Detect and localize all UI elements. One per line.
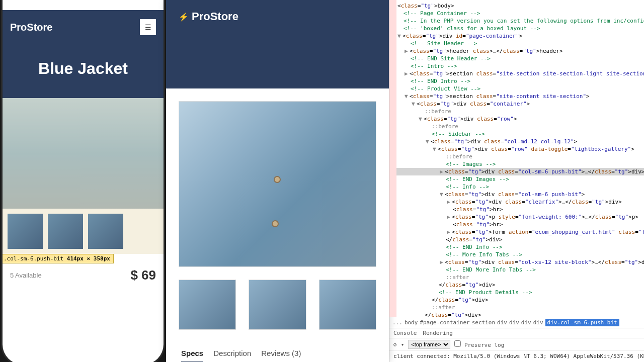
product-thumb[interactable] xyxy=(88,214,123,249)
breadcrumb-item[interactable]: ... xyxy=(392,319,403,326)
dom-node[interactable]: <class="tg">hr> xyxy=(389,221,644,228)
console-toolbar: ⊘ ▾ <top frame> Preserve log xyxy=(389,338,644,351)
drawer-tabs[interactable]: ConsoleRendering xyxy=(389,328,644,338)
hamburger-menu-button[interactable]: ☰ xyxy=(140,19,156,35)
preserve-log-checkbox[interactable]: Preserve log xyxy=(454,340,504,348)
mobile-preview-column: ProStore ☰ Blue Jacket .col-sm-6. xyxy=(0,0,166,362)
breadcrumb-item[interactable]: #page-container xyxy=(420,319,469,326)
mobile-header: ProStore ☰ xyxy=(3,10,164,44)
dom-node[interactable]: ▶<class="tg">div class="col-xs-12 site-b… xyxy=(389,258,644,266)
root-layout: ProStore ☰ Blue Jacket .col-sm-6. xyxy=(0,0,644,362)
desktop-preview-column: ⚡ ProStore SpecsDescriptionReviews (3) xyxy=(166,0,389,362)
dom-node[interactable]: <!-- More Info Tabs --> xyxy=(389,251,644,258)
breadcrumb-item[interactable]: section xyxy=(472,319,495,326)
drawer-tab[interactable]: Console xyxy=(393,330,417,336)
dom-node[interactable]: <class="tg">hr> xyxy=(389,206,644,213)
dom-node[interactable]: <!-- END More Info Tabs --> xyxy=(389,266,644,274)
dom-node[interactable]: ▶<class="tg">section class="site-section… xyxy=(389,70,644,77)
dom-node[interactable]: ▼<class="tg">body> xyxy=(389,2,644,10)
clear-console-icon[interactable]: ⊘ xyxy=(393,341,397,348)
dom-node[interactable]: <!-- Site Header --> xyxy=(389,40,644,47)
dom-node[interactable]: ▼<class="tg">div class="col-md-12 col-lg… xyxy=(389,138,644,145)
console-log-entry: client connected: Mozilla/5.0 (Windows N… xyxy=(389,351,644,362)
dom-node[interactable]: ▶<class="tg">p style="font-weight: 600;"… xyxy=(389,213,644,221)
dom-node[interactable]: <!-- Intro --> xyxy=(389,62,644,70)
dom-node[interactable]: ▼<class="tg">div class="row"> xyxy=(389,115,644,123)
dom-node[interactable]: ▶<class="tg">form action="ecom_shopping_… xyxy=(389,228,644,236)
devtools-dimension-tooltip: .col-sm-6.push-bit 414px × 358px xyxy=(3,254,114,263)
phone-frame: ProStore ☰ Blue Jacket .col-sm-6. xyxy=(0,0,171,362)
dom-node[interactable]: <!-- Product View --> xyxy=(389,85,644,93)
product-main-image[interactable] xyxy=(179,101,376,267)
product-thumb[interactable] xyxy=(48,214,83,249)
product-thumb[interactable] xyxy=(179,280,236,330)
breadcrumb-item[interactable]: div xyxy=(533,319,543,326)
product-tab[interactable]: Description xyxy=(213,345,251,362)
desktop-logo: ProStore xyxy=(192,10,238,23)
devtools-panel: ▼<class="tg">body><!-- Page Container --… xyxy=(389,0,644,362)
dom-node[interactable]: ::after xyxy=(389,274,644,281)
product-title: Blue Jacket xyxy=(3,44,164,98)
breadcrumb-item[interactable]: div xyxy=(521,319,531,326)
dom-node[interactable]: <!-- Sidebar --> xyxy=(389,130,644,138)
drawer-tab[interactable]: Rendering xyxy=(423,330,453,336)
dom-node[interactable]: </class="tg">div> xyxy=(389,236,644,243)
price-text: $ 69 xyxy=(130,267,156,283)
dom-node[interactable]: </class="tg">div> xyxy=(389,281,644,289)
dom-node[interactable]: ▼<class="tg">div class="container"> xyxy=(389,100,644,108)
devtools-drawer: ConsoleRendering ⊘ ▾ <top frame> Preserv… xyxy=(389,328,644,362)
elements-tree[interactable]: ▼<class="tg">body><!-- Page Container --… xyxy=(389,0,644,317)
product-tab[interactable]: Specs xyxy=(181,345,203,362)
product-thumb[interactable] xyxy=(8,214,43,249)
dom-node[interactable]: ::after xyxy=(389,304,644,311)
frame-selector[interactable]: <top frame> xyxy=(408,340,450,349)
dom-node[interactable]: ::before xyxy=(389,153,644,160)
dom-node[interactable]: <!-- Images --> xyxy=(389,160,644,168)
dom-node[interactable]: <!-- Info --> xyxy=(389,183,644,191)
dom-node[interactable]: ▼<class="tg">div class="row" data-toggle… xyxy=(389,145,644,153)
dom-node[interactable]: <!-- END Info --> xyxy=(389,243,644,251)
dom-node[interactable]: <!-- END Product Details --> xyxy=(389,289,644,296)
dom-node[interactable]: ▶<class="tg">div class="clearfix">…</cla… xyxy=(389,198,644,206)
dom-node[interactable]: <!-- 'boxed' class for a boxed layout --… xyxy=(389,25,644,32)
dom-node[interactable]: <!-- END Intro --> xyxy=(389,77,644,85)
breadcrumb-item[interactable]: body xyxy=(405,319,418,326)
dom-node[interactable]: ▼<class="tg">div class="col-sm-6 push-bi… xyxy=(389,191,644,198)
dom-node[interactable]: <!-- END Images --> xyxy=(389,175,644,183)
dom-node[interactable]: ::before xyxy=(389,123,644,130)
product-tabs: SpecsDescriptionReviews (3) xyxy=(179,345,376,362)
product-thumb[interactable] xyxy=(319,280,376,330)
filter-icon[interactable]: ▾ xyxy=(401,341,405,348)
dom-node[interactable]: ▶<class="tg">div class="col-sm-6 push-bi… xyxy=(389,168,644,175)
desktop-header: ⚡ ProStore xyxy=(166,0,389,33)
dom-node[interactable]: ::before xyxy=(389,108,644,115)
dom-node[interactable]: ▶<class="tg">header class>…</class="tg">… xyxy=(389,47,644,55)
dom-node[interactable]: <!-- Page Container --> xyxy=(389,10,644,17)
availability-text: 5 Available xyxy=(10,272,42,279)
dom-node[interactable]: <!-- In the PHP version you can set the … xyxy=(389,17,644,25)
breadcrumb-item[interactable]: div xyxy=(509,319,519,326)
thumbnail-row xyxy=(3,209,164,254)
breadcrumb-item[interactable]: div.col-sm-6.push-bit xyxy=(545,319,619,326)
price-row: 5 Available $ 69 xyxy=(3,263,164,287)
dom-node[interactable]: <!-- END Site Header --> xyxy=(389,55,644,62)
product-hero-image[interactable] xyxy=(3,98,164,209)
breadcrumb-item[interactable]: div xyxy=(497,319,507,326)
dom-node[interactable]: </class="tg">div> xyxy=(389,311,644,317)
desktop-subheader xyxy=(166,33,389,88)
product-thumb[interactable] xyxy=(249,280,306,330)
thumbnail-row xyxy=(179,280,376,330)
dom-node[interactable]: ▼<class="tg">div id="page-container"> xyxy=(389,32,644,40)
mobile-logo: ProStore xyxy=(10,22,52,33)
dom-node[interactable]: ▼<class="tg">section class="site-content… xyxy=(389,93,644,100)
product-tab[interactable]: Reviews (3) xyxy=(261,345,301,362)
breadcrumb-trail[interactable]: ...body#page-containersectiondivdivdivdi… xyxy=(389,317,644,328)
dom-node[interactable]: </class="tg">div> xyxy=(389,296,644,304)
bolt-icon: ⚡ xyxy=(179,12,189,22)
